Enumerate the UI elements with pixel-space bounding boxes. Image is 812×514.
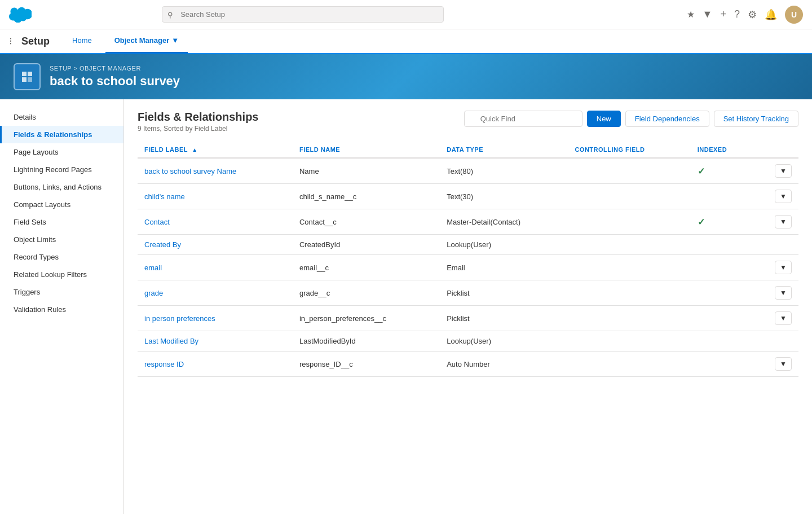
indexed-checkmark: ✓ [698, 217, 705, 227]
fields-actions: 🔍 New Field Dependencies Set History Tra… [464, 111, 798, 127]
favorites-icon[interactable]: ★ [687, 9, 695, 20]
fields-header: Fields & Relationships 9 Items, Sorted b… [138, 111, 798, 133]
set-history-tracking-button[interactable]: Set History Tracking [714, 111, 798, 127]
sidebar-item-object-limits[interactable]: Object Limits [0, 231, 123, 248]
breadcrumb-object-manager-link[interactable]: OBJECT MANAGER [80, 65, 141, 72]
field-label-link[interactable]: back to school survey Name [144, 167, 236, 175]
search-bar: ⚲ [162, 6, 444, 23]
cell-indexed [691, 235, 754, 255]
field-dependencies-button[interactable]: Field Dependencies [625, 111, 709, 127]
tab-object-manager[interactable]: Object Manager ▼ [105, 29, 188, 54]
sidebar-item-related-lookup-filters[interactable]: Related Lookup Filters [0, 266, 123, 283]
cell-field-label: email [138, 255, 293, 280]
sidebar-item-fields-relationships[interactable]: Fields & Relationships [0, 126, 123, 143]
field-label-link[interactable]: Created By [144, 240, 181, 249]
sidebar-item-validation-rules[interactable]: Validation Rules [0, 301, 123, 318]
cell-indexed: ✓ [691, 209, 754, 235]
field-label-link[interactable]: email [144, 263, 162, 272]
breadcrumb: SETUP > OBJECT MANAGER [50, 65, 180, 72]
sidebar-item-compact-layouts[interactable]: Compact Layouts [0, 196, 123, 213]
help-icon[interactable]: ? [734, 8, 740, 20]
row-action-button[interactable]: ▼ [775, 286, 792, 300]
new-button[interactable]: New [587, 111, 621, 127]
fields-area: Fields & Relationships 9 Items, Sorted b… [124, 99, 812, 514]
cell-field-label: back to school survey Name [138, 158, 293, 184]
row-action-button[interactable]: ▼ [775, 261, 792, 274]
row-action-button[interactable]: ▼ [775, 190, 792, 203]
search-input[interactable] [162, 6, 444, 23]
favorites-dropdown-icon[interactable]: ▼ [703, 8, 713, 20]
indexed-checkmark: ✓ [698, 166, 705, 176]
table-row: in person preferencesin_person_preferenc… [138, 306, 798, 331]
sidebar-item-details[interactable]: Details [0, 108, 123, 126]
cell-action: ▼ [754, 184, 798, 209]
sidebar-item-lightning-record-pages[interactable]: Lightning Record Pages [0, 161, 123, 178]
cell-field-name: grade__c [293, 280, 440, 306]
avatar[interactable]: U [785, 6, 803, 24]
cell-action: ▼ [754, 306, 798, 331]
col-header-data-type: DATA TYPE [440, 142, 568, 158]
cell-field-name: response_ID__c [293, 352, 440, 377]
table-row: back to school survey NameNameText(80)✓▼ [138, 158, 798, 184]
cell-indexed: ✓ [691, 158, 754, 184]
cell-action: ▼ [754, 280, 798, 306]
field-label-link[interactable]: Last Modified By [144, 337, 198, 345]
fields-title-area: Fields & Relationships 9 Items, Sorted b… [138, 111, 258, 133]
quick-find-input[interactable] [464, 111, 582, 127]
cell-field-name: Contact__c [293, 209, 440, 235]
add-icon[interactable]: + [720, 8, 726, 20]
row-action-button[interactable]: ▼ [775, 164, 792, 178]
cell-field-name: Name [293, 158, 440, 184]
cell-data-type: Lookup(User) [440, 331, 568, 352]
breadcrumb-area: SETUP > OBJECT MANAGER back to school su… [50, 65, 180, 89]
cell-controlling-field [568, 209, 690, 235]
top-navigation: ⚲ ★ ▼ + ? ⚙ 🔔 U [0, 0, 812, 29]
sidebar: Details Fields & Relationships Page Layo… [0, 99, 124, 514]
tab-home[interactable]: Home [63, 29, 101, 54]
fields-subtitle: 9 Items, Sorted by Field Label [138, 125, 258, 133]
cell-field-label: grade [138, 280, 293, 306]
col-header-field-name: FIELD NAME [293, 142, 440, 158]
field-label-link[interactable]: Contact [144, 218, 170, 226]
notifications-icon[interactable]: 🔔 [765, 8, 777, 21]
row-action-button[interactable]: ▼ [775, 357, 792, 371]
cell-action [754, 331, 798, 352]
svg-rect-0 [22, 72, 27, 76]
salesforce-logo [9, 7, 32, 23]
app-launcher-icon[interactable]: ⁝ [9, 35, 12, 47]
col-header-action [754, 142, 798, 158]
cell-controlling-field [568, 184, 690, 209]
cell-action: ▼ [754, 255, 798, 280]
cell-field-name: child_s_name__c [293, 184, 440, 209]
table-row: emailemail__cEmail▼ [138, 255, 798, 280]
col-header-field-label[interactable]: FIELD LABEL ▲ [138, 142, 293, 158]
sidebar-item-buttons-links-actions[interactable]: Buttons, Links, and Actions [0, 178, 123, 196]
app-name: Setup [21, 36, 50, 47]
row-action-button[interactable]: ▼ [775, 215, 792, 229]
cell-data-type: Auto Number [440, 352, 568, 377]
sidebar-item-field-sets[interactable]: Field Sets [0, 213, 123, 231]
cell-field-name: in_person_preferences__c [293, 306, 440, 331]
sidebar-item-record-types[interactable]: Record Types [0, 248, 123, 266]
cell-action: ▼ [754, 209, 798, 235]
table-body: back to school survey NameNameText(80)✓▼… [138, 158, 798, 377]
breadcrumb-setup-link[interactable]: SETUP [50, 65, 72, 72]
cell-controlling-field [568, 280, 690, 306]
sort-icon-field-label: ▲ [192, 147, 197, 153]
cell-field-label: Last Modified By [138, 331, 293, 352]
cell-field-label: Created By [138, 235, 293, 255]
svg-rect-1 [28, 72, 32, 76]
setup-icon[interactable]: ⚙ [748, 8, 757, 21]
field-label-link[interactable]: response ID [144, 360, 184, 368]
field-label-link[interactable]: in person preferences [144, 314, 215, 323]
cell-field-label: in person preferences [138, 306, 293, 331]
row-action-button[interactable]: ▼ [775, 311, 792, 325]
sidebar-item-page-layouts[interactable]: Page Layouts [0, 143, 123, 161]
sidebar-item-triggers[interactable]: Triggers [0, 283, 123, 301]
cell-indexed [691, 306, 754, 331]
field-label-link[interactable]: child's name [144, 192, 185, 201]
field-label-link[interactable]: grade [144, 289, 163, 297]
object-manager-dropdown-icon[interactable]: ▼ [171, 36, 179, 45]
cell-controlling-field [568, 235, 690, 255]
cell-data-type: Text(30) [440, 184, 568, 209]
